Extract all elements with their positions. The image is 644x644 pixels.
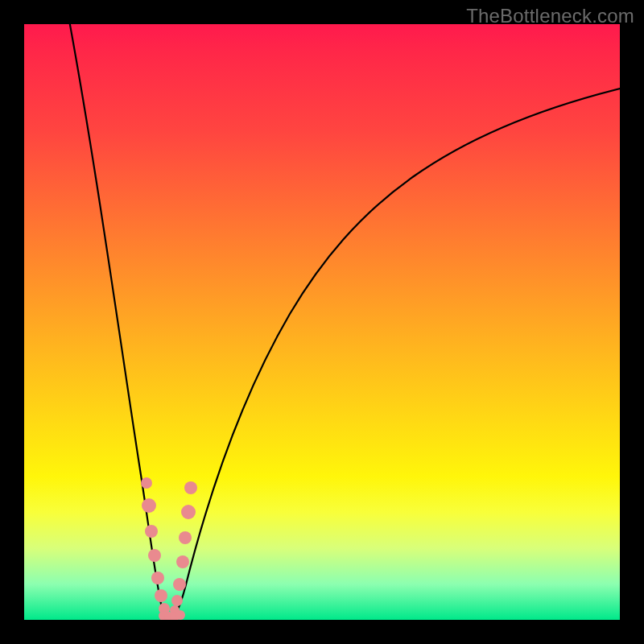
svg-point-8 [181,505,196,519]
svg-point-11 [173,578,186,591]
svg-point-12 [171,595,183,606]
svg-point-7 [184,481,197,494]
svg-point-5 [155,589,167,602]
svg-point-4 [151,572,164,584]
svg-point-2 [145,525,158,538]
curve-right-branch [169,89,620,618]
svg-point-1 [142,498,156,513]
svg-point-17 [175,610,185,620]
svg-point-9 [179,531,192,544]
svg-point-0 [141,477,152,489]
watermark-text: TheBottleneck.com [466,5,634,27]
chart-plot-area [24,24,620,620]
bottleneck-curve-svg [24,24,620,620]
svg-point-10 [176,555,189,568]
svg-point-3 [148,549,161,562]
